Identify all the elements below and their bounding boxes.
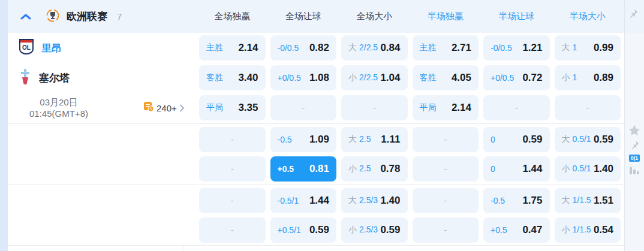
odds-cell[interactable]: -0/0.51.21 [483,35,550,61]
league-header: 欧洲联赛 7 全场独赢 全场让球 全场大小 半场独赢 半场让球 半场大小 [8,0,624,33]
away-team-row[interactable]: 塞尔塔 [11,65,194,90]
odds-cell[interactable]: 小1/1.50.54 [555,217,621,243]
pin-icon[interactable] [642,8,644,19]
stats-bars-icon[interactable] [630,166,639,174]
column-header-ht-1x2: 半场独赢 [413,11,479,22]
odds-cell[interactable]: 平局2.14 [413,95,479,120]
odds-cell[interactable]: 大2.5/31.40 [341,188,408,213]
odds-cell[interactable]: 客胜3.40 [199,65,266,90]
odds-panel: 欧洲联赛 7 全场独赢 全场让球 全场大小 半场独赢 半场让球 半场大小 OL [0,0,644,251]
odds-cell-empty[interactable]: - [413,188,479,213]
odds-cell-empty[interactable]: - [413,217,479,243]
alt-odds-section-2: --0.5/11.44大2.5/31.40--0.51.75大1/1.51.51… [8,185,624,246]
odds-cell[interactable]: 大2.51.11 [341,127,408,152]
odds-cell[interactable]: +0.50.47 [483,217,550,243]
column-header-ht-handicap: 半场让球 [483,11,550,22]
away-team-name: 塞尔塔 [39,71,70,85]
odds-cell-empty[interactable]: - [413,127,479,152]
odds-cell-empty[interactable]: - [270,95,337,120]
odds-cell[interactable]: -0.51.09 [270,127,337,152]
odds-cell[interactable]: 小2.50.78 [341,156,408,182]
odds-cell-empty[interactable]: - [199,217,266,243]
favorite-star-icon[interactable] [628,125,640,136]
odds-cell[interactable]: 01.44 [483,156,550,182]
column-header-ft-handicap: 全场让球 [270,11,337,22]
odds-cell[interactable]: 小2.5/30.59 [341,217,408,243]
odds-cell[interactable]: -0.51.75 [483,188,550,213]
odds-cell[interactable]: 平局3.35 [199,95,266,120]
right-action-rail: 0|1 [624,0,644,251]
left-edge-strip [0,0,8,251]
odds-cell[interactable]: +0/0.50.72 [483,65,550,90]
odds-cell[interactable]: 小10.89 [555,65,621,90]
odds-cell-empty[interactable]: - [199,156,266,182]
pin-icon[interactable] [628,8,639,19]
league-title: 欧洲联赛 [67,10,107,23]
odds-cell[interactable]: 大1/1.51.51 [555,188,621,213]
column-header-ft-1x2: 全场独赢 [199,11,266,22]
odds-cell-empty[interactable]: - [555,95,621,120]
score-badge[interactable]: 0|1 [629,155,640,162]
odds-cell[interactable]: 小0.5/11.40 [555,156,621,182]
odds-cell[interactable]: 大10.99 [555,35,621,61]
next-row-sliver [8,245,624,251]
home-team-name: 里昂 [41,41,62,55]
odds-cell-empty[interactable]: - [483,95,550,120]
match-meta-row: 03月20日 01:45(GMT+8) [11,95,194,120]
markets-icon [143,101,154,114]
rail-header [625,0,644,33]
odds-cell-empty[interactable]: - [199,127,266,152]
collapse-chevron-up-icon[interactable] [19,10,33,24]
match-datetime: 03月20日 01:45(GMT+8) [14,96,104,119]
svg-text:OL: OL [22,44,31,51]
odds-cell[interactable]: -0.5/11.44 [270,188,337,213]
chevron-right-icon [179,104,185,112]
odds-cell-empty[interactable]: - [413,156,479,182]
home-team-logo: OL [19,38,34,58]
odds-cell[interactable]: +0/0.51.08 [270,65,337,90]
alt-odds-section-1: --0.51.09大2.51.11-00.59大0.5/10.59 -+0.50… [8,124,624,185]
league-match-count: 7 [117,11,122,22]
odds-cell[interactable]: 小2/2.51.04 [341,65,408,90]
odds-cell-empty[interactable]: - [341,95,408,120]
column-header-ht-ou: 半场大小 [555,11,621,22]
odds-cell-empty[interactable]: - [199,188,266,213]
league-header-left: 欧洲联赛 7 [11,9,194,25]
main-panel: 欧洲联赛 7 全场独赢 全场让球 全场大小 半场独赢 半场让球 半场大小 OL [8,0,624,251]
column-header-ft-ou: 全场大小 [341,11,408,22]
odds-cell[interactable]: 大0.5/10.59 [555,127,621,152]
odds-cell[interactable]: -0/0.50.82 [270,35,337,61]
odds-cell[interactable]: 00.59 [483,127,550,152]
europa-league-trophy-icon [46,9,59,25]
main-odds-section: OL 里昂 主胜2.14-0/0.50.82大2/2.50.84主胜2.71-0… [8,33,624,123]
pin-icon[interactable] [630,140,640,150]
odds-cell[interactable]: +0.5/10.59 [270,217,337,243]
more-markets-link[interactable]: 240+ [143,101,185,114]
odds-cell[interactable]: 主胜2.71 [413,35,479,61]
away-team-logo [19,68,32,87]
odds-cell[interactable]: 客胜4.05 [413,65,479,90]
odds-cell[interactable]: +0.50.81 [270,156,337,182]
match-time: 01:45(GMT+8) [14,108,104,119]
odds-cell[interactable]: 主胜2.14 [199,35,266,61]
home-team-row[interactable]: OL 里昂 [11,35,194,61]
match-date: 03月20日 [14,96,104,108]
odds-cell[interactable]: 大2/2.50.84 [341,35,408,61]
more-markets-count: 240+ [157,103,177,113]
